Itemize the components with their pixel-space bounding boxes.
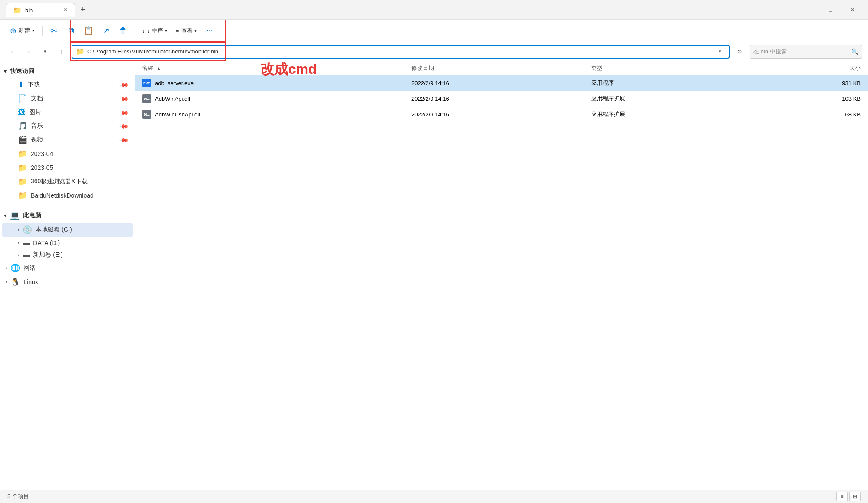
sidebar-item-pictures[interactable]: 🖼 图片 📌 xyxy=(2,106,133,119)
drive-d-label: DATA (D:) xyxy=(33,239,60,246)
quick-access-chevron-icon: ▾ xyxy=(4,69,7,74)
recent-icon: ▾ xyxy=(44,49,46,54)
search-bar[interactable]: 在 bin 中搜索 🔍 xyxy=(750,45,862,59)
address-dropdown-button[interactable]: ▾ xyxy=(715,46,725,58)
new-chevron-icon: ▾ xyxy=(32,28,34,33)
videos-label: 视频 xyxy=(31,136,43,144)
documents-label: 文档 xyxy=(31,95,43,103)
exe-icon: EXE xyxy=(142,78,151,88)
view-icon: ≡ xyxy=(176,27,179,34)
sidebar-item-videos[interactable]: 🎬 视频 📌 xyxy=(2,133,133,147)
sidebar-item-downloads[interactable]: ⬇ 下载 📌 xyxy=(2,78,133,92)
sidebar-item-folder-2023-04[interactable]: 📁 2023-04 xyxy=(2,147,133,161)
sort-chevron-icon: ▾ xyxy=(165,28,167,33)
sidebar-item-folder-2023-05[interactable]: 📁 2023-05 xyxy=(2,161,133,175)
forward-button[interactable]: › xyxy=(22,45,35,58)
file-row-adbwinusbapi[interactable]: DLL AdbWinUsbApi.dll 2022/2/9 14:16 应用程序… xyxy=(135,106,868,122)
view-button[interactable]: ≡ 查看 ▾ xyxy=(172,25,201,36)
copy-button[interactable]: ⧉ xyxy=(63,23,79,39)
videos-icon: 🎬 xyxy=(18,135,27,145)
address-text: C:\Program Files\MuMu\emulator\nemu\vmon… xyxy=(87,48,715,55)
col-header-name[interactable]: 名称 ▲ xyxy=(142,64,411,72)
toolbar: ⊕ 新建 ▾ ✂ ⧉ 📋 ↗ 🗑 ↕ ↕ 非序 ▾ ≡ 查看 ▾ xyxy=(0,20,868,42)
list-view-icon: ≡ xyxy=(840,493,843,500)
tab-title: bin xyxy=(25,7,33,13)
drive-c-icon: 💿 xyxy=(23,225,32,235)
statusbar-right: ≡ ⊞ xyxy=(836,492,861,501)
file-size-adbwinapi: 103 KB xyxy=(771,96,861,102)
back-button[interactable]: ‹ xyxy=(6,45,19,58)
col-header-type[interactable]: 类型 xyxy=(591,64,771,72)
downloads-icon: ⬇ xyxy=(18,80,24,89)
sort-label: ↕ 非序 xyxy=(148,27,163,35)
new-icon: ⊕ xyxy=(10,26,16,36)
file-size-adb-server: 931 KB xyxy=(771,80,861,86)
tab-bin[interactable]: 📁 bin ✕ xyxy=(6,3,75,17)
downloads-label: 下载 xyxy=(28,81,40,89)
tab-strip: 📁 bin ✕ + xyxy=(6,3,799,17)
statusbar: 3 个项目 ≡ ⊞ xyxy=(0,490,868,503)
sidebar-item-folder-baidu[interactable]: 📁 BaiduNetdiskDownload xyxy=(2,189,133,202)
pictures-label: 图片 xyxy=(29,109,41,116)
sidebar-item-documents[interactable]: 📄 文档 📌 xyxy=(2,92,133,106)
maximize-button[interactable]: □ xyxy=(821,3,841,17)
sidebar-item-drive-d[interactable]: › ▬ DATA (D:) xyxy=(2,237,133,249)
new-button[interactable]: ⊕ 新建 ▾ xyxy=(6,24,39,37)
file-name-adbwinapi: AdbWinApi.dll xyxy=(155,96,190,102)
music-label: 音乐 xyxy=(31,122,43,130)
paste-button[interactable]: 📋 xyxy=(81,23,96,39)
this-pc-icon: 💻 xyxy=(10,211,20,220)
window-close-button[interactable]: ✕ xyxy=(842,3,862,17)
quick-access-header[interactable]: ▾ 快速访问 xyxy=(0,65,135,78)
sidebar-divider-1 xyxy=(6,205,129,205)
col-header-size[interactable]: 大小 xyxy=(771,64,861,72)
file-row-adb-server[interactable]: EXE adb_server.exe 2022/2/9 14:16 应用程序 9… xyxy=(135,75,868,91)
this-pc-header[interactable]: ▾ 💻 此电脑 xyxy=(0,208,135,223)
minimize-button[interactable]: — xyxy=(799,3,819,17)
recent-locations-button[interactable]: ▾ xyxy=(39,45,52,58)
sidebar-item-drive-e[interactable]: › ▬ 新加卷 (E:) xyxy=(2,249,133,261)
file-panel: 名称 ▲ 修改日期 类型 大小 EX xyxy=(135,61,868,490)
new-tab-button[interactable]: + xyxy=(77,4,89,16)
folder-baidu-icon: 📁 xyxy=(18,191,27,200)
search-icon: 🔍 xyxy=(851,48,858,55)
sidebar-item-network[interactable]: › 🌐 网络 xyxy=(2,261,133,275)
tab-close-button[interactable]: ✕ xyxy=(63,7,68,13)
cut-button[interactable]: ✂ xyxy=(46,23,62,39)
pin-icon-video: 📌 xyxy=(119,135,129,145)
file-date-adb-server: 2022/2/9 14:16 xyxy=(411,80,591,86)
share-button[interactable]: ↗ xyxy=(98,23,114,39)
file-row-adbwinapi[interactable]: DLL AdbWinApi.dll 2022/2/9 14:16 应用程序扩展 … xyxy=(135,91,868,106)
sidebar-item-folder-360[interactable]: 📁 360极速浏览器X下载 xyxy=(2,175,133,189)
sidebar-item-linux[interactable]: › 🐧 Linux xyxy=(2,275,133,289)
more-button[interactable]: ··· xyxy=(202,23,217,39)
folder-360-label: 360极速浏览器X下载 xyxy=(31,178,88,185)
refresh-button[interactable]: ↻ xyxy=(733,45,746,58)
titlebar: 📁 bin ✕ + — □ ✕ xyxy=(0,0,868,20)
this-pc-label: 此电脑 xyxy=(23,212,41,219)
col-header-date[interactable]: 修改日期 xyxy=(411,64,591,72)
address-folder-icon: 📁 xyxy=(76,47,85,56)
back-icon: ‹ xyxy=(11,48,13,55)
sort-icon: ↕ xyxy=(142,27,145,34)
up-button[interactable]: ↑ xyxy=(55,45,68,58)
toolbar-separator-1 xyxy=(42,26,43,36)
drive-e-label: 新加卷 (E:) xyxy=(33,251,62,259)
pin-icon: 📌 xyxy=(119,79,129,89)
toolbar-separator-2 xyxy=(135,26,135,36)
grid-view-button[interactable]: ⊞ xyxy=(849,492,861,501)
up-icon: ↑ xyxy=(60,48,63,55)
forward-icon: › xyxy=(28,48,30,55)
sidebar-item-drive-c[interactable]: › 💿 本地磁盘 (C:) xyxy=(2,223,133,237)
address-bar[interactable]: 📁 C:\Program Files\MuMu\emulator\nemu\vm… xyxy=(72,45,730,59)
tab-folder-icon: 📁 xyxy=(13,6,22,14)
folder-baidu-label: BaiduNetdiskDownload xyxy=(31,192,94,199)
drive-e-icon: ▬ xyxy=(23,251,30,259)
sort-button[interactable]: ↕ ↕ 非序 ▾ xyxy=(138,25,171,36)
list-view-button[interactable]: ≡ xyxy=(836,492,848,501)
network-icon: 🌐 xyxy=(10,263,20,273)
dll-icon-1: DLL xyxy=(142,94,151,103)
delete-button[interactable]: 🗑 xyxy=(115,23,131,39)
drive-c-label: 本地磁盘 (C:) xyxy=(36,226,72,234)
sidebar-item-music[interactable]: 🎵 音乐 📌 xyxy=(2,119,133,133)
